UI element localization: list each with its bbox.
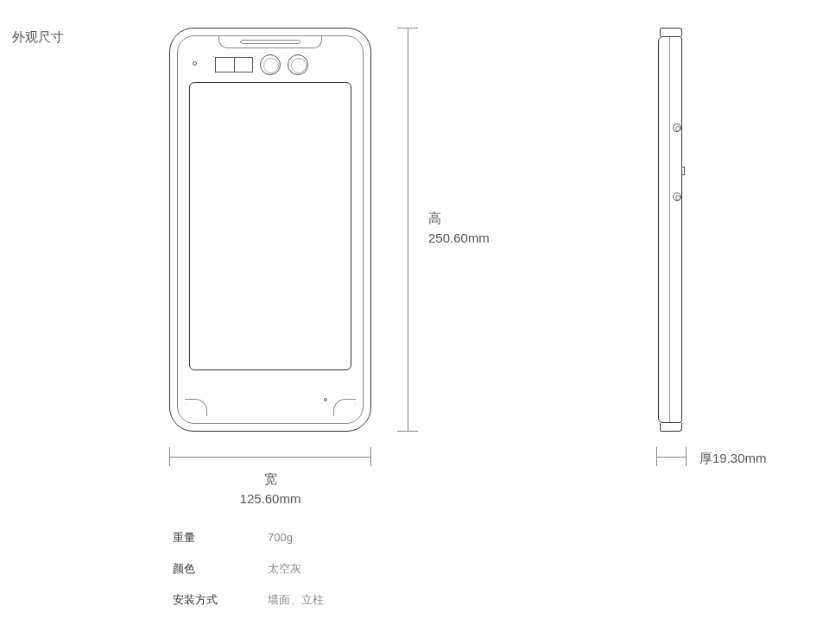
spec-label: 颜色 bbox=[173, 561, 268, 577]
dimension-line bbox=[408, 28, 408, 432]
side-seam-line bbox=[669, 37, 670, 422]
spec-value: 太空灰 bbox=[268, 561, 301, 577]
side-bottom-edge bbox=[660, 423, 682, 432]
display-screen bbox=[189, 82, 351, 370]
spec-row: 颜色 太空灰 bbox=[173, 561, 324, 577]
height-label-text: 高 bbox=[428, 209, 490, 229]
height-value-text: 250.60mm bbox=[428, 229, 490, 249]
mounting-screw bbox=[673, 123, 681, 132]
device-front-view bbox=[169, 28, 371, 432]
speaker-slot bbox=[240, 40, 301, 44]
spec-label: 重量 bbox=[173, 530, 268, 546]
height-label: 高 250.60mm bbox=[428, 209, 490, 248]
dimension-tick bbox=[686, 447, 687, 466]
dimension-line bbox=[169, 457, 371, 458]
indicator-led bbox=[193, 61, 197, 66]
sensor-array bbox=[215, 57, 253, 73]
section-title: 外观尺寸 bbox=[12, 29, 64, 46]
side-top-edge bbox=[660, 28, 682, 36]
width-value-text: 125.60mm bbox=[169, 489, 371, 509]
camera-lens-2 bbox=[288, 54, 308, 75]
height-dimension: 高 250.60mm bbox=[397, 28, 492, 432]
spec-label: 安装方式 bbox=[173, 592, 268, 608]
spec-row: 安装方式 墙面、立柱 bbox=[173, 592, 324, 608]
bottom-left-cutout bbox=[185, 399, 207, 416]
spec-value: 墙面、立柱 bbox=[268, 592, 324, 608]
bottom-right-cutout bbox=[333, 399, 356, 416]
width-label: 宽 125.60mm bbox=[169, 470, 371, 508]
device-side-view bbox=[655, 28, 686, 432]
thickness-label: 厚19.30mm bbox=[699, 451, 767, 467]
device-front-outline bbox=[169, 28, 371, 432]
side-connector-pin bbox=[681, 167, 685, 175]
spec-table: 重量 700g 颜色 太空灰 安装方式 墙面、立柱 bbox=[173, 530, 324, 623]
spec-value: 700g bbox=[268, 531, 293, 544]
width-dimension: 宽 125.60mm bbox=[169, 447, 371, 499]
microphone-hole bbox=[324, 398, 327, 401]
mounting-screw bbox=[673, 193, 681, 201]
width-label-text: 宽 bbox=[169, 470, 371, 489]
dimension-line bbox=[656, 457, 686, 458]
thickness-dimension: 厚19.30mm bbox=[649, 447, 822, 482]
spec-row: 重量 700g bbox=[173, 530, 324, 546]
device-side-outline bbox=[658, 36, 682, 423]
camera-lens-1 bbox=[260, 54, 281, 75]
